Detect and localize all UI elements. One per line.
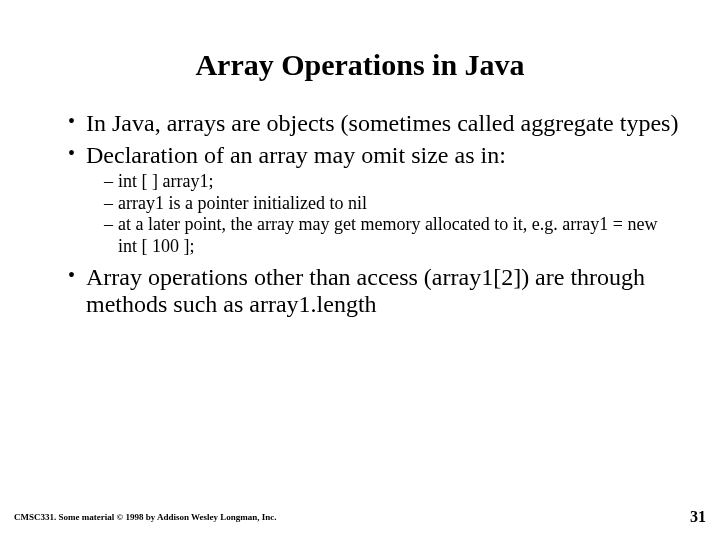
bullet-item: Array operations other than access (arra…	[68, 264, 680, 319]
slide-title: Array Operations in Java	[40, 48, 680, 82]
bullet-item: In Java, arrays are objects (sometimes c…	[68, 110, 680, 138]
sub-bullet-item: int [ ] array1;	[104, 171, 680, 193]
bullet-text: Declaration of an array may omit size as…	[86, 142, 506, 168]
sub-bullet-list: int [ ] array1; array1 is a pointer init…	[86, 171, 680, 257]
page-number: 31	[690, 508, 706, 526]
footer-copyright: CMSC331. Some material © 1998 by Addison…	[14, 512, 277, 522]
main-bullet-list: In Java, arrays are objects (sometimes c…	[40, 110, 680, 319]
sub-bullet-item: array1 is a pointer initialized to nil	[104, 193, 680, 215]
bullet-item: Declaration of an array may omit size as…	[68, 142, 680, 258]
sub-bullet-item: at a later point, the array may get memo…	[104, 214, 680, 257]
